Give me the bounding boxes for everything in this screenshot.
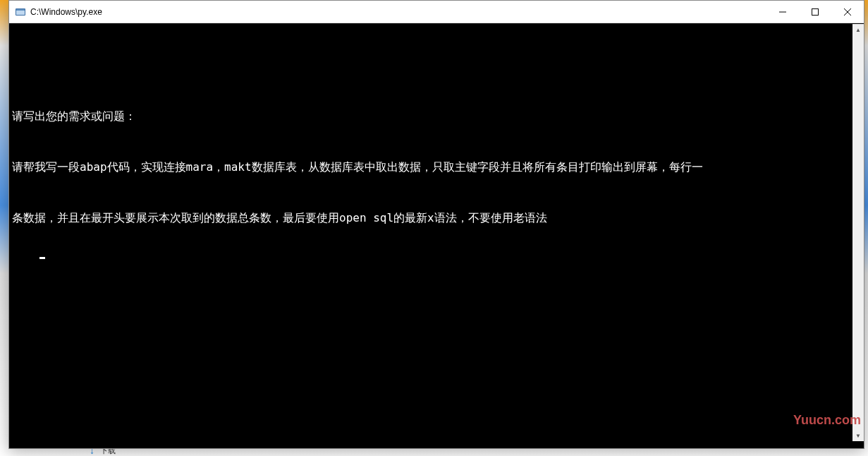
minimize-button[interactable] [766,1,799,23]
close-button[interactable] [831,1,864,23]
console-output[interactable]: 请写出您的需求或问题： 请帮我写一段abap代码，实现连接mara，makt数据… [9,23,864,448]
titlebar[interactable]: C:\Windows\py.exe [9,1,864,23]
console-input-line-2: 条数据，并且在最开头要展示本次取到的数据总条数，最后要使用open sql的最新… [12,210,861,227]
scroll-down-arrow-icon[interactable]: ▼ [852,430,864,441]
scroll-up-arrow-icon[interactable]: ▲ [852,24,864,35]
console-input-line-1: 请帮我写一段abap代码，实现连接mara，makt数据库表，从数据库表中取出数… [12,159,861,176]
console-window: C:\Windows\py.exe 请写出您的需求或问题： 请帮我写一段abap… [8,0,864,449]
app-icon [15,6,26,18]
scrollbar-track[interactable] [852,35,864,430]
vertical-scrollbar[interactable]: ▲ ▼ [852,24,864,441]
console-prompt-line: 请写出您的需求或问题： [12,108,861,125]
window-controls [766,1,864,23]
svg-rect-4 [812,8,819,15]
text-cursor [39,257,45,259]
window-title: C:\Windows\py.exe [30,7,766,17]
maximize-button[interactable] [799,1,831,23]
svg-rect-2 [16,9,25,11]
